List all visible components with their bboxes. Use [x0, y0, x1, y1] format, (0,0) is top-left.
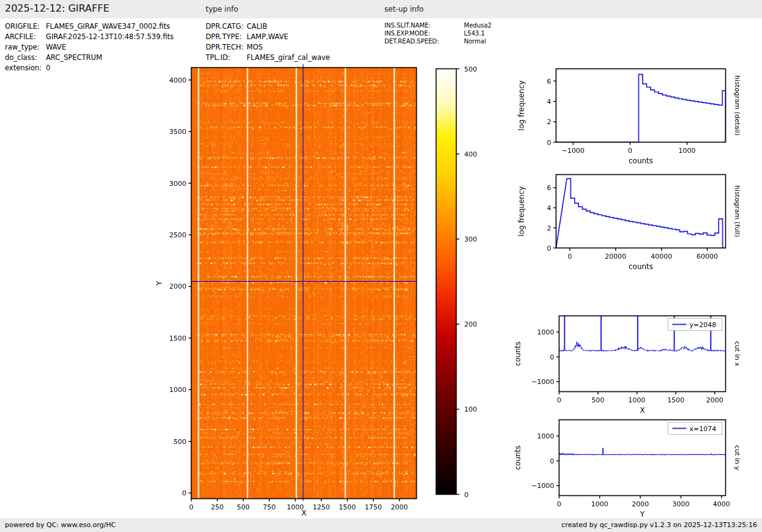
- meta-value: 0: [46, 64, 50, 72]
- cut-in-x-plot: [508, 305, 762, 418]
- meta-value: GIRAF.2025-12-13T10:48:57.539.fits: [46, 32, 174, 41]
- meta-label: ORIGFILE:: [5, 21, 46, 32]
- footer-powered-by: powered by QC: www.eso.org/HC: [5, 521, 116, 529]
- meta-label: DPR.CATG:: [206, 21, 247, 32]
- type-info-row: DPR.TYPE:LAMP,WAVE: [206, 32, 330, 42]
- cut-in-y-plot: [508, 408, 762, 522]
- page-title: 2025-12-12: GIRAFFE: [5, 2, 110, 14]
- raw-frame-heatmap: [147, 58, 428, 519]
- type-info-row: DPR.TECH:MOS: [206, 42, 330, 53]
- histogram-full-plot: [508, 164, 762, 271]
- file-info-row: ORIGFILE:FLAMES_GIRAF_WAVE347_0002.fits: [5, 21, 174, 32]
- meta-label: ARCFILE:: [5, 32, 46, 42]
- meta-value: CALIB: [247, 22, 267, 31]
- meta-value: MOS: [247, 43, 263, 51]
- type-info-row: DPR.CATG:CALIB: [206, 21, 330, 32]
- type-info-block: DPR.CATG:CALIB DPR.TYPE:LAMP,WAVE DPR.TE…: [206, 21, 330, 63]
- meta-label: DET.READ.SPEED:: [384, 37, 464, 45]
- meta-label: extension:: [5, 63, 46, 73]
- meta-value: L543.1: [464, 30, 485, 37]
- meta-label: DPR.TYPE:: [206, 32, 247, 42]
- meta-label: INS.SLIT.NAME:: [384, 21, 464, 29]
- type-info-heading: type info: [206, 5, 238, 13]
- meta-value: FLAMES_GIRAF_WAVE347_0002.fits: [46, 22, 170, 31]
- footer-bar: powered by QC: www.eso.org/HC created by…: [0, 519, 762, 532]
- setup-info-row: INS.EXP.MODE:L543.1: [384, 29, 491, 37]
- footer-created-by: created by qc_rawdisp.py v1.2.3 on 2025-…: [561, 521, 757, 529]
- file-info-row: raw_type:WAVE: [5, 42, 174, 53]
- setup-info-heading: set-up info: [384, 5, 424, 13]
- meta-value: Normal: [464, 38, 486, 45]
- meta-label: INS.EXP.MODE:: [384, 29, 464, 37]
- meta-label: do_class:: [5, 53, 46, 63]
- meta-value: Medusa2: [464, 22, 491, 29]
- colorbar: [428, 58, 496, 523]
- meta-value: WAVE: [46, 43, 66, 51]
- meta-label: raw_type:: [5, 42, 46, 53]
- meta-value: ARC_SPECTRUM: [46, 53, 102, 62]
- file-info-row: ARCFILE:GIRAF.2025-12-13T10:48:57.539.fi…: [5, 32, 174, 42]
- qc-report-page: 2025-12-12: GIRAFFE type info set-up inf…: [0, 0, 762, 532]
- setup-info-row: INS.SLIT.NAME:Medusa2: [384, 21, 491, 29]
- header-bar: 2025-12-12: GIRAFFE type info set-up inf…: [0, 0, 762, 18]
- histogram-detail-plot: [508, 58, 762, 165]
- meta-value: LAMP,WAVE: [247, 32, 288, 41]
- setup-info-row: DET.READ.SPEED:Normal: [384, 37, 491, 45]
- meta-label: DPR.TECH:: [206, 42, 247, 53]
- setup-info-block: INS.SLIT.NAME:Medusa2 INS.EXP.MODE:L543.…: [384, 21, 491, 45]
